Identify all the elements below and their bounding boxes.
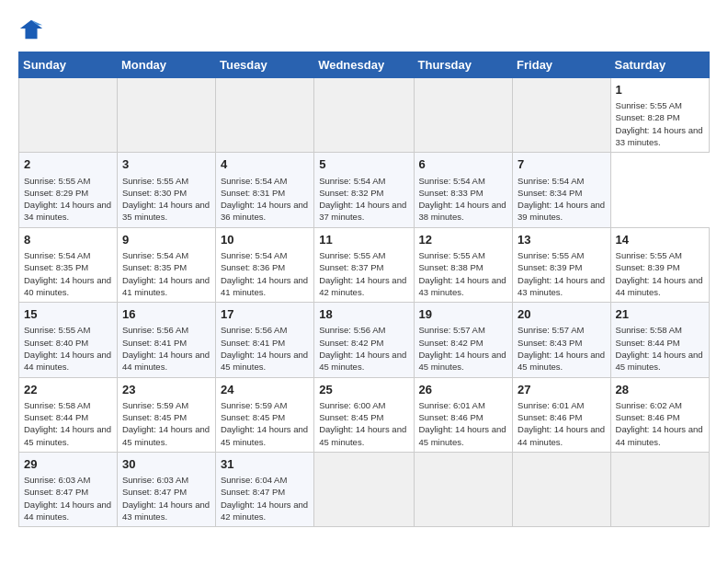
sunrise: Sunrise: 6:00 AM [319, 400, 385, 410]
sunrise: Sunrise: 5:57 AM [518, 325, 584, 335]
calendar-cell: 12Sunrise: 5:55 AMSunset: 8:38 PMDayligh… [414, 227, 513, 302]
sunset: Sunset: 8:39 PM [616, 262, 680, 272]
calendar-cell [314, 78, 414, 153]
sunset: Sunset: 8:35 PM [24, 262, 88, 272]
calendar-header-sunday: Sunday [19, 52, 118, 78]
daylight: Daylight: 14 hours and 45 minutes. [122, 424, 210, 446]
day-number: 6 [419, 156, 508, 173]
calendar-cell: 8Sunrise: 5:54 AMSunset: 8:35 PMDaylight… [19, 227, 118, 302]
calendar-cell [314, 452, 414, 526]
sunset: Sunset: 8:47 PM [24, 487, 88, 497]
calendar-header-thursday: Thursday [414, 52, 513, 78]
sunset: Sunset: 8:40 PM [24, 338, 88, 348]
daylight: Daylight: 14 hours and 45 minutes. [24, 424, 111, 446]
daylight: Daylight: 14 hours and 43 minutes. [518, 275, 605, 297]
calendar-cell: 30Sunrise: 6:03 AMSunset: 8:47 PMDayligh… [117, 452, 215, 526]
sunrise: Sunrise: 5:58 AM [24, 400, 90, 410]
day-number: 26 [419, 382, 508, 398]
sunset: Sunset: 8:44 PM [24, 412, 88, 422]
sunset: Sunset: 8:41 PM [122, 338, 187, 348]
day-number: 27 [518, 382, 605, 398]
sunset: Sunset: 8:46 PM [518, 412, 582, 422]
calendar-cell: 5Sunrise: 5:54 AMSunset: 8:32 PMDaylight… [314, 153, 414, 227]
sunset: Sunset: 8:35 PM [122, 262, 187, 272]
calendar-cell: 15Sunrise: 5:55 AMSunset: 8:40 PMDayligh… [19, 303, 118, 377]
calendar-cell [513, 78, 610, 153]
sunrise: Sunrise: 5:56 AM [319, 325, 385, 335]
day-number: 25 [319, 382, 408, 398]
calendar-cell: 3Sunrise: 5:55 AMSunset: 8:30 PMDaylight… [117, 153, 215, 227]
sunrise: Sunrise: 6:01 AM [419, 400, 485, 410]
sunset: Sunset: 8:37 PM [319, 262, 383, 272]
calendar-header-row: SundayMondayTuesdayWednesdayThursdayFrid… [19, 52, 710, 78]
calendar-cell: 23Sunrise: 5:59 AMSunset: 8:45 PMDayligh… [117, 377, 215, 452]
calendar-header-saturday: Saturday [610, 52, 709, 78]
daylight: Daylight: 14 hours and 33 minutes. [616, 125, 703, 147]
day-number: 12 [419, 232, 508, 248]
sunrise: Sunrise: 5:55 AM [24, 176, 90, 186]
calendar-cell [19, 78, 118, 153]
day-number: 19 [419, 306, 508, 323]
sunrise: Sunrise: 5:55 AM [616, 250, 682, 260]
day-number: 29 [24, 456, 112, 473]
calendar-cell [117, 78, 215, 153]
day-number: 31 [221, 456, 309, 473]
sunset: Sunset: 8:28 PM [616, 112, 680, 122]
calendar-cell: 16Sunrise: 5:56 AMSunset: 8:41 PMDayligh… [117, 303, 215, 377]
sunset: Sunset: 8:41 PM [221, 338, 285, 348]
daylight: Daylight: 14 hours and 42 minutes. [319, 275, 406, 297]
calendar-header-friday: Friday [513, 52, 610, 78]
calendar-cell: 27Sunrise: 6:01 AMSunset: 8:46 PMDayligh… [513, 377, 610, 452]
sunset: Sunset: 8:47 PM [221, 487, 285, 497]
calendar-cell: 14Sunrise: 5:55 AMSunset: 8:39 PMDayligh… [610, 227, 709, 302]
sunrise: Sunrise: 5:54 AM [419, 176, 485, 186]
sunset: Sunset: 8:31 PM [221, 188, 285, 198]
calendar-cell: 4Sunrise: 5:54 AMSunset: 8:31 PMDaylight… [215, 153, 313, 227]
calendar-table: SundayMondayTuesdayWednesdayThursdayFrid… [18, 52, 710, 527]
sunrise: Sunrise: 5:55 AM [24, 325, 90, 335]
daylight: Daylight: 14 hours and 41 minutes. [221, 275, 308, 297]
calendar-week-row: 29Sunrise: 6:03 AMSunset: 8:47 PMDayligh… [19, 452, 710, 526]
daylight: Daylight: 14 hours and 35 minutes. [122, 200, 210, 222]
day-number: 24 [221, 382, 309, 398]
calendar-cell: 2Sunrise: 5:55 AMSunset: 8:29 PMDaylight… [19, 153, 118, 227]
calendar-cell: 6Sunrise: 5:54 AMSunset: 8:33 PMDaylight… [414, 153, 513, 227]
calendar-cell: 18Sunrise: 5:56 AMSunset: 8:42 PMDayligh… [314, 303, 414, 377]
sunset: Sunset: 8:32 PM [319, 188, 383, 198]
sunset: Sunset: 8:36 PM [221, 262, 285, 272]
daylight: Daylight: 14 hours and 40 minutes. [24, 275, 111, 297]
daylight: Daylight: 14 hours and 42 minutes. [221, 500, 308, 522]
calendar-cell: 29Sunrise: 6:03 AMSunset: 8:47 PMDayligh… [19, 452, 118, 526]
calendar-cell: 21Sunrise: 5:58 AMSunset: 8:44 PMDayligh… [610, 303, 709, 377]
sunset: Sunset: 8:46 PM [419, 412, 483, 422]
day-number: 20 [518, 306, 605, 323]
sunrise: Sunrise: 5:55 AM [122, 176, 188, 186]
calendar-cell: 9Sunrise: 5:54 AMSunset: 8:35 PMDaylight… [117, 227, 215, 302]
daylight: Daylight: 14 hours and 44 minutes. [616, 424, 703, 446]
daylight: Daylight: 14 hours and 45 minutes. [419, 350, 506, 372]
sunset: Sunset: 8:45 PM [221, 412, 285, 422]
calendar-cell: 17Sunrise: 5:56 AMSunset: 8:41 PMDayligh… [215, 303, 313, 377]
daylight: Daylight: 14 hours and 44 minutes. [616, 275, 703, 297]
sunrise: Sunrise: 5:54 AM [221, 176, 287, 186]
sunrise: Sunrise: 6:03 AM [24, 475, 90, 485]
daylight: Daylight: 14 hours and 45 minutes. [221, 424, 308, 446]
calendar-cell: 25Sunrise: 6:00 AMSunset: 8:45 PMDayligh… [314, 377, 414, 452]
calendar-cell: 26Sunrise: 6:01 AMSunset: 8:46 PMDayligh… [414, 377, 513, 452]
sunset: Sunset: 8:47 PM [122, 487, 187, 497]
calendar-cell: 7Sunrise: 5:54 AMSunset: 8:34 PMDaylight… [513, 153, 610, 227]
daylight: Daylight: 14 hours and 45 minutes. [319, 424, 406, 446]
calendar-cell: 22Sunrise: 5:58 AMSunset: 8:44 PMDayligh… [19, 377, 118, 452]
day-number: 14 [616, 232, 704, 248]
sunset: Sunset: 8:45 PM [319, 412, 383, 422]
day-number: 4 [221, 156, 309, 173]
daylight: Daylight: 14 hours and 45 minutes. [518, 350, 605, 372]
daylight: Daylight: 14 hours and 43 minutes. [419, 275, 506, 297]
logo-bird-icon [18, 17, 44, 42]
sunset: Sunset: 8:39 PM [518, 262, 582, 272]
calendar-cell: 10Sunrise: 5:54 AMSunset: 8:36 PMDayligh… [215, 227, 313, 302]
calendar-cell [215, 78, 313, 153]
sunrise: Sunrise: 5:56 AM [221, 325, 287, 335]
daylight: Daylight: 14 hours and 45 minutes. [319, 350, 406, 372]
daylight: Daylight: 14 hours and 44 minutes. [122, 350, 210, 372]
